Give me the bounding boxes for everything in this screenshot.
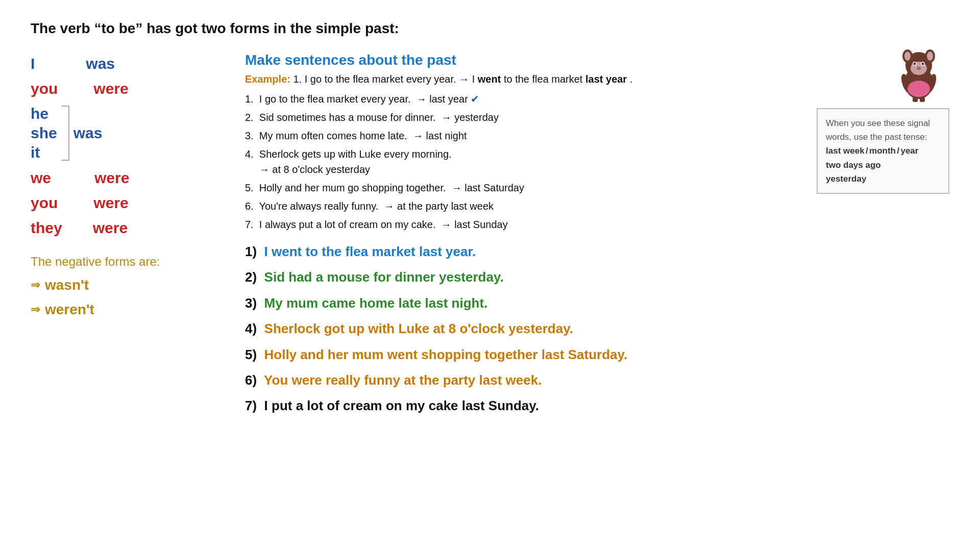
right-column: Make sentences about the past Example: 1…: [245, 52, 949, 422]
bracket-group: he she it was: [31, 105, 225, 161]
answers-section: 1) I went to the flea market last year. …: [245, 242, 949, 415]
example-label: Example:: [245, 73, 290, 85]
mascot-character: [888, 42, 949, 103]
pronoun-you2: you: [31, 191, 58, 214]
verb-were-you2: were: [93, 191, 128, 214]
svg-rect-16: [920, 97, 925, 102]
verb-was-group: was: [74, 124, 103, 142]
werent-label: weren't: [45, 297, 94, 322]
verb-were-you1: were: [93, 77, 128, 100]
signal-box: When you see these signal words, use the…: [817, 108, 949, 194]
pronoun-he: he: [31, 105, 57, 122]
answer-5: 5) Holly and her mum went shopping toget…: [245, 345, 949, 364]
svg-point-3: [904, 52, 911, 61]
svg-point-8: [914, 63, 916, 65]
exercise-item-6: 6. You're always really funny. → at the …: [245, 198, 949, 214]
verb-were-we: were: [94, 166, 129, 189]
signal-words1: last week / month / year: [826, 146, 918, 156]
negative-title: The negative forms are:: [31, 255, 225, 269]
conj-row-we: we were: [31, 166, 225, 189]
pronoun-we: we: [31, 166, 51, 189]
negative-werent: ⇒ weren't: [31, 297, 225, 322]
svg-point-5: [927, 52, 933, 61]
bracket-pronouns: he she it: [31, 105, 57, 161]
example-went: went: [478, 73, 501, 85]
answer-6: 6) You were really funny at the party la…: [245, 371, 949, 389]
exercise-item-7: 7. I always put a lot of cream on my cak…: [245, 217, 949, 232]
signal-words3: yesterday: [826, 174, 866, 184]
left-column: I was you were he she it was: [31, 52, 225, 422]
bracket-symbol: [61, 106, 69, 161]
wasnt-label: wasn't: [45, 273, 89, 297]
answer-7: 7) I put a lot of cream on my cake last …: [245, 396, 949, 415]
conj-row-you2: you were: [31, 191, 225, 214]
conj-row-you1: you were: [31, 77, 225, 100]
example-lastyear: last year: [585, 73, 627, 85]
section-title: Make sentences about the past: [245, 52, 949, 68]
svg-point-11: [917, 67, 921, 70]
pronoun-they: they: [31, 216, 62, 239]
arrow-werent: ⇒: [31, 300, 40, 319]
answer-1: 1) I went to the flea market last year.: [245, 242, 949, 261]
svg-rect-15: [913, 97, 918, 102]
pronoun-it: it: [31, 144, 57, 161]
verb-were-they: were: [93, 216, 128, 239]
verb-was-i: was: [86, 52, 115, 75]
answer-3: 3) My mum came home late last night.: [245, 294, 949, 312]
answer-4: 4) Sherlock got up with Luke at 8 o'cloc…: [245, 319, 949, 338]
pronoun-you1: you: [31, 77, 58, 100]
pronoun-she: she: [31, 124, 57, 142]
example-line: Example: 1. I go to the flea market ever…: [245, 73, 949, 85]
signal-intro: When you see these signal words, use the…: [826, 118, 930, 142]
exercise-item-1: 1. I go to the flea market every year. →…: [245, 91, 949, 107]
svg-point-10: [922, 63, 924, 65]
negative-wasnt: ⇒ wasn't: [31, 273, 225, 297]
negative-section: The negative forms are: ⇒ wasn't ⇒ weren…: [31, 255, 225, 321]
svg-point-14: [908, 81, 930, 97]
page-title: The verb “to be” has got two forms in th…: [31, 20, 949, 37]
conj-row-they: they were: [31, 216, 225, 239]
arrow-wasnt: ⇒: [31, 276, 40, 294]
check-1: ✔: [471, 93, 479, 105]
conj-row-i: I was: [31, 52, 225, 75]
answer-2: 2) Sid had a mouse for dinner yesterday.: [245, 268, 949, 286]
example-text: 1. I go to the flea market every year. →…: [293, 73, 478, 85]
conjugation-table: I was you were he she it was: [31, 52, 225, 239]
example-rest: to the flea market: [504, 73, 585, 85]
example-end: .: [630, 73, 633, 85]
signal-words2: two days ago: [826, 160, 881, 170]
pronoun-i: I: [31, 52, 35, 75]
